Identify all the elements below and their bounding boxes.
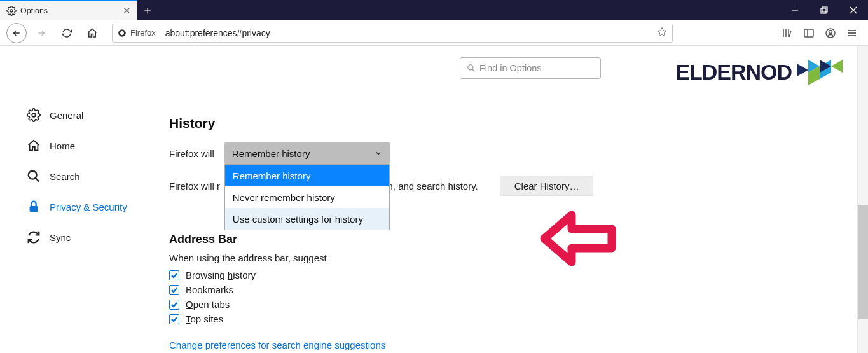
firefox-icon	[118, 29, 127, 38]
sync-icon	[27, 230, 41, 244]
chevron-down-icon	[375, 149, 382, 157]
checkbox-top-sites[interactable]: Top sites	[169, 314, 843, 324]
svg-point-21	[29, 171, 37, 179]
checkbox-label: Bookmarks	[186, 284, 233, 295]
gear-icon	[27, 108, 41, 122]
svg-point-16	[829, 30, 832, 33]
sidebar-item-sync[interactable]: Sync	[27, 224, 150, 251]
dropdown-selected[interactable]: Remember history	[224, 142, 390, 164]
browser-tab[interactable]: Options ✕	[0, 0, 137, 20]
search-icon	[27, 169, 41, 183]
sidebar-item-privacy[interactable]: Privacy & Security	[27, 193, 150, 220]
sidebar-item-label: Search	[50, 171, 80, 182]
sidebar-item-home[interactable]: Home	[27, 132, 150, 159]
svg-line-22	[36, 178, 39, 182]
maximize-button[interactable]	[809, 0, 839, 20]
svg-marker-8	[658, 27, 666, 36]
reload-button[interactable]	[56, 22, 78, 44]
close-window-button[interactable]	[839, 0, 868, 20]
svg-rect-13	[804, 29, 813, 37]
dropdown-list: Remember history Never remember history …	[224, 164, 390, 230]
checkbox-label: Top sites	[186, 314, 223, 324]
logo-graphic-icon	[794, 57, 844, 87]
home-button[interactable]	[81, 22, 103, 44]
account-icon[interactable]	[825, 27, 836, 39]
svg-line-12	[789, 31, 791, 37]
checkbox-label: Open tabs	[186, 299, 230, 310]
back-button[interactable]	[6, 23, 27, 43]
nav-toolbar: Firefox about:preferences#privacy	[0, 20, 868, 46]
forward-button	[31, 22, 52, 44]
url-bar[interactable]: Firefox about:preferences#privacy	[112, 24, 673, 43]
search-icon	[467, 64, 476, 73]
bookmark-star-icon[interactable]	[657, 27, 667, 39]
svg-rect-23	[30, 206, 38, 212]
menu-button[interactable]	[846, 27, 858, 39]
checkbox-bookmarks[interactable]: Bookmarks	[169, 284, 843, 295]
svg-rect-3	[822, 7, 827, 12]
history-heading: History	[169, 116, 843, 131]
checkbox-open-tabs[interactable]: Open tabs	[169, 299, 843, 310]
new-tab-button[interactable]: ＋	[137, 0, 158, 20]
history-mode-dropdown[interactable]: Remember history Remember history Never …	[224, 142, 390, 164]
clear-history-button[interactable]: Clear History…	[500, 176, 594, 196]
lock-icon	[27, 200, 41, 214]
category-sidebar: General Home Search Privacy & Security S…	[0, 46, 150, 353]
dropdown-option-remember[interactable]: Remember history	[225, 165, 389, 186]
firefox-will-label: Firefox will	[169, 148, 214, 159]
preferences-page: General Home Search Privacy & Security S…	[0, 46, 868, 353]
svg-point-0	[10, 10, 13, 12]
identity-box[interactable]: Firefox	[118, 28, 160, 38]
sidebar-item-search[interactable]: Search	[27, 163, 150, 190]
gear-icon	[6, 6, 17, 16]
eldernode-logo: ELDERNOD	[675, 57, 844, 87]
sidebar-item-label: Sync	[50, 232, 71, 243]
minimize-button[interactable]	[780, 0, 809, 20]
svg-marker-32	[831, 60, 843, 73]
sidebar-toggle-icon[interactable]	[803, 27, 815, 39]
checkbox-icon	[169, 285, 179, 295]
main-content: Find in Options ELDERNOD History Firefox…	[150, 46, 868, 353]
home-icon	[27, 139, 41, 153]
checkbox-icon	[169, 270, 179, 280]
sidebar-item-label: General	[50, 110, 83, 121]
window-controls	[780, 0, 868, 20]
title-bar: Options ✕ ＋	[0, 0, 868, 20]
library-icon[interactable]	[782, 27, 793, 39]
svg-point-20	[32, 113, 36, 117]
dropdown-option-custom[interactable]: Use custom settings for history	[225, 208, 389, 230]
svg-point-24	[468, 65, 473, 70]
find-in-options-input[interactable]: Find in Options	[460, 57, 601, 79]
svg-point-7	[120, 31, 124, 35]
identity-label: Firefox	[130, 28, 156, 38]
addressbar-heading: Address Bar	[169, 233, 843, 246]
search-suggestions-link[interactable]: Change preferences for search engine sug…	[169, 340, 385, 350]
url-text: about:preferences#privacy	[165, 28, 652, 38]
checkbox-label: Browsing history	[186, 270, 256, 280]
svg-rect-2	[821, 8, 826, 13]
vertical-scrollbar[interactable]	[857, 46, 868, 353]
sidebar-item-label: Home	[50, 141, 75, 151]
checkbox-browsing-history[interactable]: Browsing history	[169, 270, 843, 280]
checkbox-icon	[169, 300, 179, 310]
svg-line-25	[472, 69, 475, 72]
close-tab-button[interactable]: ✕	[121, 5, 132, 17]
checkbox-icon	[169, 314, 179, 324]
svg-marker-31	[797, 64, 808, 76]
tab-title: Options	[20, 6, 121, 15]
find-placeholder: Find in Options	[479, 63, 542, 73]
addressbar-caption: When using the address bar, suggest	[169, 253, 843, 263]
dropdown-option-never[interactable]: Never remember history	[225, 186, 389, 208]
sidebar-item-general[interactable]: General	[27, 102, 150, 128]
scrollbar-thumb[interactable]	[858, 205, 868, 319]
sidebar-item-label: Privacy & Security	[50, 202, 127, 212]
